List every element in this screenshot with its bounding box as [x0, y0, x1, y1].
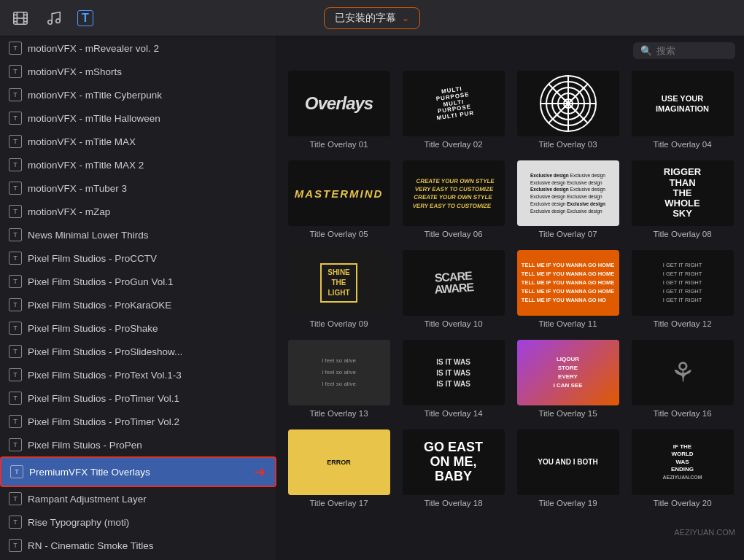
- grid-label-title-overlay-02: Title Overlay 02: [424, 140, 482, 149]
- grid-thumb-title-overlay-10: SCAREAWARE: [403, 250, 505, 316]
- grid-thumb-title-overlay-13: I feel so aliveI feel so aliveI feel so …: [288, 340, 390, 405]
- sidebar-item-pixel-propen[interactable]: TPixel Film Stuios - ProPen: [0, 433, 276, 456]
- sidebar-item-label: motionVFX - mRevealer vol. 2: [28, 43, 268, 54]
- sidebar-item-motionvfx-mtitle-halloween[interactable]: TmotionVFX - mTitle Halloween: [0, 106, 276, 130]
- red-arrow-icon: ➜: [254, 463, 266, 481]
- grid-thumb-title-overlay-08: RIGGERTHANTHEWHOLESKY: [632, 160, 734, 226]
- sidebar-item-label: Pixel Film Studios - ProShake: [28, 323, 268, 334]
- sidebar: TmotionVFX - mRevealer vol. 2TmotionVFX …: [0, 36, 277, 560]
- title-type-icon: T: [9, 298, 22, 311]
- music-icon[interactable]: [44, 8, 64, 28]
- grid-item-title-overlay-18[interactable]: GO EASTON ME,BABYTitle Overlay 18: [396, 424, 511, 513]
- sidebar-item-motionvfx-mrevealer[interactable]: TmotionVFX - mRevealer vol. 2: [0, 36, 276, 60]
- search-input-wrap[interactable]: 🔍: [633, 42, 735, 59]
- sidebar-item-motionvfx-mtitle-cyberpunk[interactable]: TmotionVFX - mTitle Cyberpunk: [0, 83, 276, 106]
- title-type-icon: T: [9, 492, 22, 505]
- sidebar-item-motionvfx-mshorts[interactable]: TmotionVFX - mShorts: [0, 60, 276, 83]
- title-icon[interactable]: T: [77, 10, 93, 26]
- sidebar-item-label: Rise Typography (moti): [28, 517, 268, 528]
- grid-item-title-overlay-02[interactable]: MULTIPURPOSEMULTIPURPOSEMULTI PURTitle O…: [396, 65, 511, 155]
- sidebar-item-label: Rampant Adjustment Layer: [28, 494, 268, 505]
- grid-thumb-title-overlay-14: IS IT WASIS IT WASIS IT WAS: [403, 340, 505, 405]
- sidebar-item-label: Pixel Film Studios - ProKaraOKE: [28, 300, 268, 311]
- grid-thumb-title-overlay-15: LIQOURSTOREEVERYI CAN SEE: [517, 340, 619, 405]
- grid-item-title-overlay-03[interactable]: Title Overlay 03: [511, 65, 625, 155]
- sidebar-item-label: motionVFX - mTuber 3: [28, 183, 268, 194]
- title-type-icon: T: [9, 516, 22, 529]
- sidebar-item-motionvfx-mzap[interactable]: TmotionVFX - mZap: [0, 200, 276, 223]
- watermark: AEZIYUAN.COM: [277, 528, 744, 542]
- grid-item-title-overlay-06[interactable]: CREATE YOUR OWN STYLEVERY EASY TO CUSTOM…: [396, 155, 511, 244]
- sidebar-item-label: motionVFX - mShorts: [28, 66, 268, 77]
- grid-item-title-overlay-05[interactable]: MASTERMINDTitle Overlay 05: [282, 155, 396, 244]
- svg-point-9: [56, 18, 61, 22]
- sidebar-item-label: motionVFX - mTitle Halloween: [28, 113, 268, 124]
- sidebar-item-pixel-procctv[interactable]: TPixel Film Studios - ProCCTV: [0, 246, 276, 270]
- sidebar-item-motionvfx-mtitle-max[interactable]: TmotionVFX - mTitle MAX: [0, 130, 276, 153]
- grid-label-title-overlay-16: Title Overlay 16: [653, 409, 711, 418]
- sidebar-item-pixel-protest1-3[interactable]: TPixel Film Studios - ProText Vol.1-3: [0, 363, 276, 386]
- sidebar-item-rise-typography[interactable]: TRise Typography (moti): [0, 510, 276, 534]
- chevron-down-icon: ⌄: [402, 13, 409, 23]
- title-type-icon: T: [9, 438, 22, 451]
- grid-label-title-overlay-11: Title Overlay 11: [538, 319, 597, 328]
- grid-thumb-title-overlay-18: GO EASTON ME,BABY: [403, 429, 505, 495]
- installed-subtitles-dropdown[interactable]: 已安装的字幕 ⌄: [324, 7, 420, 29]
- grid-thumb-title-overlay-16: ⚘: [632, 340, 734, 405]
- grid-label-title-overlay-06: Title Overlay 06: [424, 230, 482, 238]
- sidebar-item-motionvfx-mtuber3[interactable]: TmotionVFX - mTuber 3: [0, 176, 276, 200]
- grid-item-title-overlay-13[interactable]: I feel so aliveI feel so aliveI feel so …: [282, 334, 396, 424]
- sidebar-item-motionvfx-mtitle-max2[interactable]: TmotionVFX - mTitle MAX 2: [0, 153, 276, 176]
- sidebar-item-pixel-proslideshow[interactable]: TPixel Film Studios - ProSlideshow...: [0, 340, 276, 363]
- title-type-icon: T: [9, 65, 22, 78]
- content-area: 🔍 OverlaysTitle Overlay 01MULTIPURPOSEMU…: [277, 36, 744, 560]
- grid-thumb-title-overlay-06: CREATE YOUR OWN STYLEVERY EASY TO CUSTOM…: [403, 160, 505, 226]
- grid-item-title-overlay-08[interactable]: RIGGERTHANTHEWHOLESKYTitle Overlay 08: [625, 155, 740, 244]
- grid-label-title-overlay-18: Title Overlay 18: [424, 499, 482, 508]
- grid-thumb-title-overlay-11: TELL ME IF YOU WANNA GO HOMETELL ME IF Y…: [517, 250, 619, 316]
- grid-item-title-overlay-20[interactable]: IF THEWORLDWASENDINGAEZIYUAN.COMTitle Ov…: [625, 424, 740, 513]
- grid-label-title-overlay-17: Title Overlay 17: [309, 499, 368, 508]
- title-type-icon: T: [9, 275, 22, 288]
- sidebar-item-label: Pixel Film Studios - ProTimer Vol.2: [28, 416, 268, 427]
- sidebar-item-premiumvfx-title-overlays[interactable]: TPremiumVFX Title Overlays➜: [0, 456, 276, 487]
- grid-item-title-overlay-09[interactable]: SHINETHELIGHTTitle Overlay 09: [282, 244, 396, 334]
- grid-label-title-overlay-01: Title Overlay 01: [309, 140, 368, 149]
- sidebar-item-pixel-proshake[interactable]: TPixel Film Studios - ProShake: [0, 316, 276, 340]
- sidebar-item-pixel-progun[interactable]: TPixel Film Studios - ProGun Vol.1: [0, 270, 276, 293]
- grid: OverlaysTitle Overlay 01MULTIPURPOSEMULT…: [277, 65, 744, 528]
- sidebar-item-rampant-adjustment[interactable]: TRampant Adjustment Layer: [0, 487, 276, 510]
- sidebar-item-label: RN - Cinematic Smoke Titles: [28, 540, 268, 551]
- film-icon[interactable]: [10, 8, 31, 28]
- grid-item-title-overlay-01[interactable]: OverlaysTitle Overlay 01: [282, 65, 396, 155]
- title-type-icon: T: [9, 368, 22, 381]
- title-type-icon: T: [9, 158, 22, 171]
- grid-item-title-overlay-11[interactable]: TELL ME IF YOU WANNA GO HOMETELL ME IF Y…: [511, 244, 625, 334]
- sidebar-item-label: Pixel Film Studios - ProSlideshow...: [28, 346, 268, 357]
- title-type-icon: T: [9, 228, 22, 241]
- grid-item-title-overlay-10[interactable]: SCAREAWARETitle Overlay 10: [396, 244, 511, 334]
- sidebar-item-news-minimal[interactable]: TNews Minimal Lower Thirds: [0, 223, 276, 246]
- grid-item-title-overlay-12[interactable]: I GET IT RIGHTI GET IT RIGHTI GET IT RIG…: [625, 244, 740, 334]
- sidebar-item-label: motionVFX - mZap: [28, 206, 268, 217]
- grid-thumb-title-overlay-17: ERROR: [288, 429, 390, 495]
- grid-item-title-overlay-17[interactable]: ERRORTitle Overlay 17: [282, 424, 396, 513]
- grid-thumb-title-overlay-01: Overlays: [288, 71, 390, 136]
- grid-item-title-overlay-04[interactable]: USE YOURIMAGINATIONTitle Overlay 04: [625, 65, 740, 155]
- sidebar-item-pixel-protimer1[interactable]: TPixel Film Studios - ProTimer Vol.1: [0, 386, 276, 410]
- grid-thumb-title-overlay-20: IF THEWORLDWASENDINGAEZIYUAN.COM: [632, 429, 734, 495]
- search-input[interactable]: [656, 45, 728, 56]
- sidebar-item-label: motionVFX - mTitle MAX: [28, 136, 268, 147]
- grid-label-title-overlay-07: Title Overlay 07: [538, 230, 597, 238]
- title-type-icon: T: [9, 88, 22, 101]
- sidebar-item-rn-cinematic-smoke[interactable]: TRN - Cinematic Smoke Titles: [0, 534, 276, 557]
- grid-item-title-overlay-15[interactable]: LIQOURSTOREEVERYI CAN SEETitle Overlay 1…: [511, 334, 625, 424]
- title-type-icon: T: [9, 205, 22, 218]
- grid-item-title-overlay-14[interactable]: IS IT WASIS IT WASIS IT WASTitle Overlay…: [396, 334, 511, 424]
- grid-item-title-overlay-19[interactable]: YOU AND I BOTHTitle Overlay 19: [511, 424, 625, 513]
- sidebar-item-pixel-prokaraoKE[interactable]: TPixel Film Studios - ProKaraOKE: [0, 293, 276, 316]
- grid-item-title-overlay-16[interactable]: ⚘Title Overlay 16: [625, 334, 740, 424]
- grid-thumb-title-overlay-04: USE YOURIMAGINATION: [632, 71, 734, 136]
- sidebar-item-pixel-protimer2[interactable]: TPixel Film Studios - ProTimer Vol.2: [0, 410, 276, 433]
- grid-item-title-overlay-07[interactable]: Exclusive design Exclusive designExclusi…: [511, 155, 625, 244]
